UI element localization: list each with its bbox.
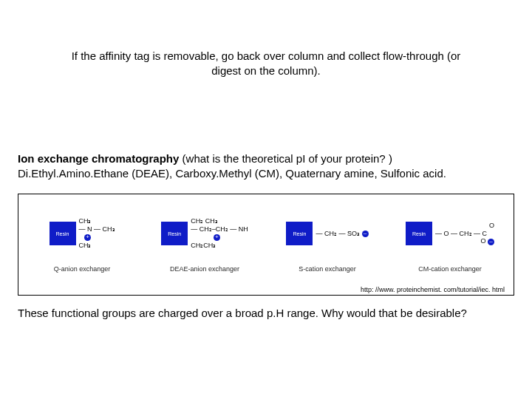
cm-mid: — O — CH₂ — C xyxy=(435,230,487,237)
exchanger-label-q: Q-anion exchanger xyxy=(24,265,140,273)
formula-cm: O — O — CH₂ — C O – xyxy=(435,222,494,245)
structure-deae: Resin CH₂ CH₃ — CH₂–CH₂ — NH + CH₂CH₃ xyxy=(147,208,262,259)
deae-mid: — CH₂–CH₂ — NH xyxy=(191,225,248,233)
plus-icon: + xyxy=(214,234,220,241)
structure-cm: Resin O — O — CH₂ — C O – xyxy=(392,208,508,259)
exchanger-label-s: S-cation exchanger xyxy=(270,265,385,273)
source-url: http: //www. proteinchemist. com/tutoria… xyxy=(24,286,508,293)
exchanger-label-cm: CM-cation exchanger xyxy=(392,265,508,273)
iec-examples: Di.Ethyl.Amino.Ethane (DEAE), Carboxy.Me… xyxy=(18,167,446,180)
iec-section: Ion exchange chromatography (what is the… xyxy=(18,151,514,180)
minus-icon: – xyxy=(488,239,494,245)
resin-box: Resin xyxy=(50,222,76,245)
structure-q: Resin CH₃ — N — CH₃ + CH₃ xyxy=(24,208,140,259)
cm-top: O xyxy=(435,222,494,230)
plus-icon: + xyxy=(84,234,91,241)
intro-text: If the affinity tag is removable, go bac… xyxy=(62,49,470,78)
exchanger-deae: Resin CH₂ CH₃ — CH₂–CH₂ — NH + CH₂CH₃ DE… xyxy=(147,208,262,273)
formula-s: — CH₂ — SO₃ – xyxy=(316,230,368,238)
slide: If the affinity tag is removable, go bac… xyxy=(0,0,532,399)
footer-text: These functional groups are charged over… xyxy=(18,306,514,321)
formula-q: CH₃ — N — CH₃ + CH₃ xyxy=(79,217,115,249)
exchanger-cm: Resin O — O — CH₂ — C O – CM-cation exch… xyxy=(392,208,508,273)
formula-deae: CH₂ CH₃ — CH₂–CH₂ — NH + CH₂CH₃ xyxy=(191,217,248,249)
iec-parenthetical: (what is the theoretical pI of your prot… xyxy=(183,152,392,165)
cm-bot: O xyxy=(480,237,485,245)
s-mid: — CH₂ — SO₃ xyxy=(316,230,360,237)
q-bot: CH₃ xyxy=(79,242,92,249)
exchanger-diagram-box: Resin CH₃ — N — CH₃ + CH₃ Q-anion exchan… xyxy=(18,194,514,296)
exchanger-row: Resin CH₃ — N — CH₃ + CH₃ Q-anion exchan… xyxy=(24,208,508,273)
exchanger-q: Resin CH₃ — N — CH₃ + CH₃ Q-anion exchan… xyxy=(24,208,140,273)
q-mid: — N — CH₃ xyxy=(79,225,115,233)
resin-box: Resin xyxy=(286,222,313,245)
exchanger-s: Resin — CH₂ — SO₃ – S-cation exchanger xyxy=(270,208,385,273)
deae-bot: CH₂CH₃ xyxy=(191,242,216,249)
minus-icon: – xyxy=(362,231,369,237)
iec-heading: Ion exchange chromatography xyxy=(18,152,179,165)
deae-top: CH₂ CH₃ xyxy=(191,217,218,225)
structure-s: Resin — CH₂ — SO₃ – xyxy=(270,208,385,259)
resin-box: Resin xyxy=(406,222,432,245)
q-top: CH₃ xyxy=(79,217,92,225)
exchanger-label-deae: DEAE-anion exchanger xyxy=(147,265,262,273)
resin-box: Resin xyxy=(161,222,188,245)
